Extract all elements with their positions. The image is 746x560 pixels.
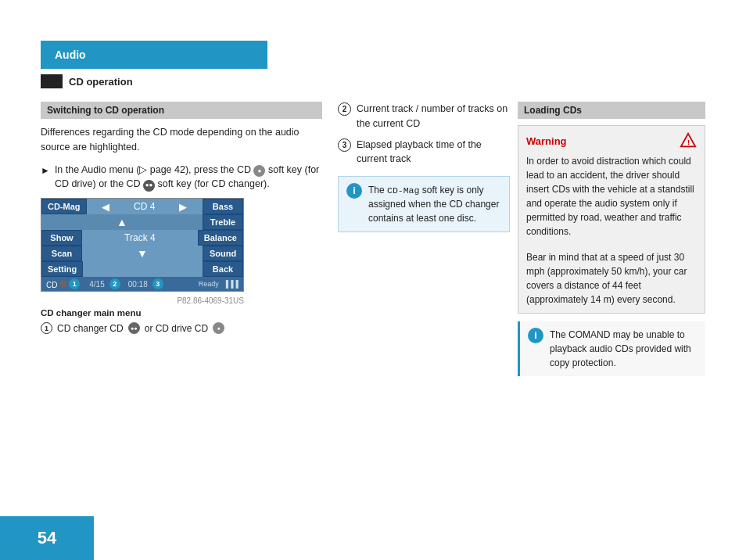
bullet-arrow-icon: ► — [41, 163, 50, 192]
cd-ui-row-3: Show Track 4 Balance — [41, 230, 243, 246]
cd-mag-monospace: CD-Mag — [387, 185, 419, 196]
warning-paragraph-1: In order to avoid distraction which coul… — [526, 154, 697, 239]
warning-box: Warning ! In order to avoid distraction … — [518, 125, 705, 314]
right-section-title: Loading CDs — [518, 102, 705, 119]
subtitle-bar: CD operation — [41, 74, 133, 88]
note-text: The COMAND may be unable to playback aud… — [550, 328, 698, 370]
legend-or-text: or CD drive CD — [145, 323, 208, 334]
circle-num-2: 2 — [109, 278, 120, 289]
left-section-title: Switching to CD operation — [41, 102, 322, 119]
circle-num-3: 3 — [152, 278, 163, 289]
track-label: Track 4 — [82, 232, 198, 243]
legend-circle-1: 1 — [41, 322, 52, 334]
warning-triangle-icon: ! — [680, 132, 697, 149]
header-title: Audio — [55, 48, 86, 61]
cd-track-display: CD 4 — [125, 199, 163, 214]
note-box-right: i The COMAND may be unable to playback a… — [518, 321, 705, 376]
cd-soft-icon: ● — [253, 165, 265, 177]
cd-changer-icon: ●● — [143, 180, 155, 192]
page-number-box: 54 — [0, 516, 94, 560]
cd-status-ready: Ready — [199, 280, 219, 288]
num-3-circle: 3 — [338, 138, 351, 152]
info-text: The CD-Mag soft key is only assigned whe… — [368, 183, 501, 225]
bass-button[interactable]: Bass — [203, 199, 243, 214]
balance-button[interactable]: Balance — [198, 230, 243, 246]
cd-ui-row-4: Scan ▼ Sound — [41, 246, 243, 261]
left-column: Switching to CD operation Differences re… — [41, 102, 322, 513]
cd-status-label: CD 1 — [46, 278, 80, 289]
note-info-icon: i — [528, 328, 543, 343]
image-reference: P82.86-4069-31US — [41, 296, 244, 305]
page-subtitle: CD operation — [69, 76, 133, 88]
bullet-text: In the Audio menu (▷ page 42), press the… — [55, 163, 322, 192]
cd-legend-row-1: 1 CD changer CD ●● or CD drive CD ● — [41, 322, 322, 334]
warning-paragraph-2: Bear in mind that at a speed of just 30 … — [526, 250, 697, 307]
legend-drive-icon: ● — [213, 322, 224, 334]
right-column: Loading CDs Warning ! In order to avoid … — [518, 102, 705, 513]
cd-center-empty-row5 — [83, 261, 203, 277]
numbered-item-2: 2 Current track / number of tracks on th… — [338, 102, 510, 131]
cd-caption-label: CD changer main menu — [41, 308, 322, 318]
circle-num-1: 1 — [69, 278, 80, 289]
info-icon: i — [346, 183, 362, 199]
black-bar-decoration — [41, 74, 63, 88]
cd-status-row: CD 1 4/15 2 00:18 3 Ready ▐▐▐ — [41, 277, 243, 291]
num-2-circle: 2 — [338, 102, 351, 116]
svg-text:!: ! — [687, 138, 690, 146]
main-content: Switching to CD operation Differences re… — [41, 102, 705, 513]
cd-track-label: Track 4 — [82, 230, 198, 246]
cd-nav-right: ▶ — [164, 199, 203, 214]
audio-header: Audio — [41, 41, 267, 69]
cd-nav-right-arrow[interactable]: ▶ — [179, 201, 187, 213]
cd-bars-icon: ▐▐▐ — [224, 280, 239, 288]
cd-track-text: CD 4 — [134, 201, 155, 212]
bullet-item: ► In the Audio menu (▷ page 42), press t… — [41, 163, 322, 192]
cd-status-track: 4/15 — [89, 280, 104, 289]
legend-text-1: CD changer CD — [57, 323, 124, 334]
info-box-middle: i The CD-Mag soft key is only assigned w… — [338, 176, 510, 232]
cd-ui-row-1: CD-Mag ◀ CD 4 ▶ Bass — [41, 199, 243, 214]
numbered-item-3: 3 Elapsed playback time of the current t… — [338, 138, 510, 167]
intro-text: Differences regarding the CD mode depend… — [41, 125, 322, 155]
setting-button[interactable]: Setting — [41, 261, 83, 277]
cd-down-arrow-icon[interactable]: ▼ — [137, 247, 148, 260]
cd-mag-button[interactable]: CD-Mag — [41, 199, 87, 214]
sound-button[interactable]: Sound — [203, 246, 243, 261]
cd-status-time: 00:18 — [128, 280, 148, 289]
legend-changer-icon: ●● — [128, 322, 140, 334]
treble-button[interactable]: Treble — [203, 214, 243, 230]
cd-ui-row-5: Setting Back — [41, 261, 243, 277]
cd-nav-left: ◀ — [87, 199, 125, 214]
cd-nav-left-arrow[interactable]: ◀ — [102, 201, 109, 213]
cd-status-icon1 — [59, 280, 67, 288]
show-button[interactable]: Show — [41, 230, 82, 246]
back-button[interactable]: Back — [203, 261, 243, 277]
page-number: 54 — [38, 528, 56, 548]
item-3-text: Elapsed playback time of the current tra… — [357, 138, 510, 167]
cd-ui-row-2: ▲ Treble — [41, 214, 243, 230]
warning-label: Warning — [526, 135, 567, 147]
scan-button[interactable]: Scan — [41, 246, 82, 261]
cd-ui-mockup: CD-Mag ◀ CD 4 ▶ Bass ▲ Treble — [41, 198, 244, 292]
item-2-text: Current track / number of tracks on the … — [357, 102, 510, 131]
cd-up-arrow-icon[interactable]: ▲ — [117, 216, 127, 228]
middle-column: 2 Current track / number of tracks on th… — [322, 102, 518, 513]
cd-down-arrow-area: ▼ — [82, 246, 203, 261]
warning-header: Warning ! — [526, 132, 697, 149]
